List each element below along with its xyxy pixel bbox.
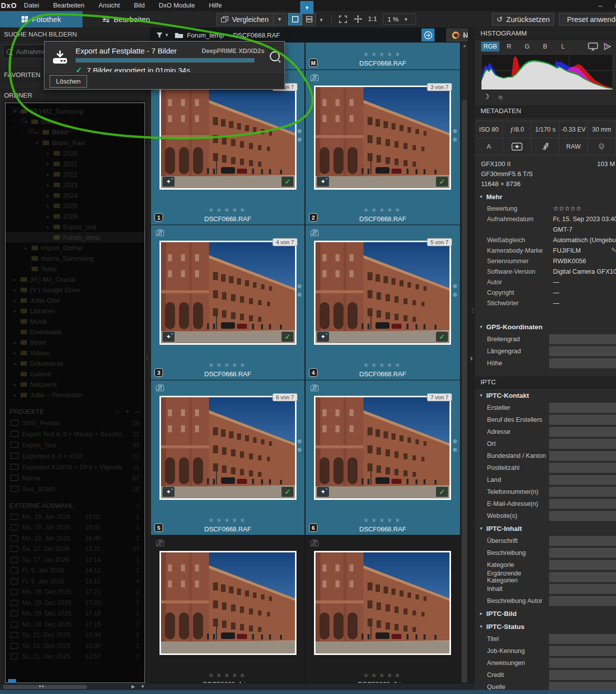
histogram-tab-r[interactable]: R (500, 42, 518, 52)
thumbnail-cell[interactable]: 3 von 7 ✦✦ ✓ ★★★★★ 2 DSCF0668.RAF (306, 70, 460, 225)
thumbnail-cell[interactable]: ★★★★★ DSCF0668_2.jpg (306, 535, 460, 690)
project-item[interactable]: Exportest X100Vi + DP3 + Vignette + A 11 (6, 461, 144, 472)
iptc-field-input[interactable] (549, 658, 616, 668)
minimize-button[interactable]: – (598, 2, 602, 10)
tree-item[interactable]: ▸ Bilder (6, 337, 144, 348)
external-selection-item[interactable]: Mo, 29. Dez 2025 17:19 1 (6, 608, 144, 619)
iptc-field-input[interactable] (549, 646, 616, 656)
thumbnail-cell[interactable]: ★★★★★ DSCF0668_1.jpg (151, 535, 305, 690)
iptc-field-input[interactable] (549, 572, 616, 582)
vergleichen-button[interactable]: Vergleichen ▼ (216, 13, 286, 26)
grid-scrollbar[interactable]: ▲ ▼ (461, 43, 468, 690)
iptc-field-input[interactable] (549, 451, 616, 461)
tree-item[interactable]: mama_Sammlung (6, 253, 144, 264)
project-item[interactable]: Exportest K-3 + x100 22 (6, 450, 144, 461)
sort-icon[interactable]: ↑↓ (114, 408, 120, 414)
photo-thumbnail[interactable] (314, 551, 451, 655)
tab-bearbeiten[interactable]: Bearbeiten (95, 11, 158, 28)
tree-item[interactable]: ▸ 2021 (6, 159, 144, 169)
filter-dropdown-icon[interactable]: ▼ (164, 33, 169, 38)
tree-item[interactable]: ▸ 2022 (6, 169, 144, 180)
fit-screen-icon[interactable] (339, 16, 347, 23)
histogram-header[interactable]: HISTOGRAMM (475, 28, 616, 40)
collapse-panel-icon[interactable]: › (470, 354, 472, 363)
thumbnail-cell[interactable]: 5 von 7 ✦✦ ✓ ★★★★★ 4 DSCF0668.RAF (306, 225, 460, 380)
tree-item[interactable]: ▸ Jollie – Persönlich (6, 390, 144, 400)
tree-item[interactable]: ▸ (H:) M2_Crucial (6, 274, 144, 285)
thumbnail-cell[interactable]: 6 von 7 ✦✦ ✓ ★★★★★ 5 DSCF0668.RAF (151, 380, 305, 535)
star-rating[interactable]: ★★★★★ (151, 206, 304, 214)
iptc-field-input[interactable] (549, 560, 616, 570)
tree-item[interactable]: ▸ 2020 (6, 148, 144, 159)
highlight-clipping-icon[interactable]: ☼ (498, 93, 504, 101)
star-rating[interactable]: ★★★★★ (151, 516, 304, 524)
horizontal-scrollbar-thumb[interactable] (3, 685, 87, 689)
external-selection-item[interactable]: Sa, 17. Jan 2026 13:21 27 (6, 544, 144, 555)
project-item[interactable]: Export Test K-3 + Maske + Beschnitt + 11 (6, 428, 144, 439)
external-selection-header[interactable]: EXTERNE AUSWAHL ↑↓ (6, 499, 144, 511)
tree-item[interactable]: Downloads (6, 327, 144, 337)
external-selection-item[interactable]: So, 21. Dez 2025 12:57 2 (6, 651, 144, 662)
folders-section-header[interactable]: ORDNER (0, 89, 150, 102)
gps-field-input[interactable] (549, 334, 616, 344)
photo-thumbnail[interactable]: 2 von 7 ✦✦ ✓ (160, 86, 296, 190)
reveal-in-explorer-icon[interactable] (270, 52, 280, 62)
iptc-field-input[interactable] (549, 427, 616, 437)
shadow-clipping-icon[interactable]: ☽ (483, 93, 490, 101)
iptc-field-input[interactable] (549, 511, 616, 521)
star-rating[interactable]: ★★★★★ (306, 51, 460, 58)
preset-anwenden-button[interactable]: Preset anwenden (559, 13, 616, 26)
remove-project-icon[interactable]: — (135, 408, 140, 414)
zoom-level-select[interactable]: 1 % ▼ (383, 14, 416, 25)
scrollbar-grip-dots[interactable]: •• (39, 683, 45, 689)
export-dropdown-button[interactable]: ▼ (300, 1, 314, 14)
project-item[interactable]: Mama 57 (6, 472, 144, 483)
thumbnail-cell[interactable]: 7 von 7 ✦✦ ✓ ★★★★★ 6 DSCF0668.RAF (306, 380, 460, 535)
breadcrumb-folder[interactable]: Forum_temp (187, 32, 224, 39)
iptc-field-input[interactable] (549, 548, 616, 558)
view-split-button[interactable] (302, 13, 316, 26)
histogram-tab-rgb[interactable]: RGB (481, 42, 500, 52)
iptc-field-input[interactable] (549, 670, 616, 680)
histogram-tab-l[interactable]: L (554, 42, 572, 52)
photo-thumbnail[interactable]: 7 von 7 ✦✦ ✓ (314, 396, 451, 500)
mehr-section-toggle[interactable]: ▾ Mehr (475, 190, 616, 203)
tree-item[interactable]: ▾ Daten (6, 117, 144, 127)
external-selection-item[interactable]: Mo, 19. Jan 2026 16:00 1 (6, 533, 144, 544)
thumbnail-cell[interactable]: 2 von 7 ✦✦ ✓ ★★★★★ 1 DSCF0668.RAF (151, 70, 305, 225)
external-selection-item[interactable]: Fr, 9. Jan 2026 13:11 4 (6, 576, 144, 587)
edit-date-icon[interactable]: ✎ (611, 246, 616, 254)
thumbnail-cell[interactable]: 4 von 7 ✦✦ ✓ ★★★★★ 3 DSCF0668.RAF (151, 225, 305, 380)
scroll-up-icon[interactable]: ▲ (462, 44, 466, 48)
tree-item[interactable]: ▸ Videos (6, 348, 144, 358)
iptc-field-input[interactable] (549, 403, 616, 413)
star-rating[interactable]: ★★★★★ (306, 206, 460, 214)
star-rating[interactable]: ★★★★★ (306, 671, 460, 679)
loeschen-button[interactable]: Löschen (50, 75, 87, 88)
gps-field-input[interactable] (549, 346, 616, 356)
gps-section-toggle[interactable]: ▾ GPS-Koordinaten (475, 320, 616, 333)
iptc-field-input[interactable] (549, 634, 616, 644)
tree-item[interactable]: ▸ Jollie Ollie (6, 295, 144, 306)
tab-fotothek[interactable]: Fotothek (0, 11, 82, 28)
iptc-field-input[interactable] (549, 475, 616, 485)
iptc-inhalt-toggle[interactable]: ▾ IPTC-Inhalt (475, 522, 616, 535)
pan-move-icon[interactable] (354, 15, 362, 23)
external-selection-item[interactable]: Mo, 29. Dez 2025 17:20 1 (6, 597, 144, 608)
iptc-status-toggle[interactable]: ▾ IPTC-Status (475, 620, 616, 633)
expand-icon[interactable]: ▶ (132, 684, 135, 689)
menu-datei[interactable]: Datei (17, 0, 46, 11)
projects-section-header[interactable]: PROJEKTE ↑↓ + — (6, 405, 144, 417)
add-project-icon[interactable]: + (126, 408, 129, 414)
tree-item[interactable]: ▸ Export_test (6, 222, 144, 232)
iptc-field-input[interactable] (549, 499, 616, 509)
external-selection-item[interactable]: Mo, 29. Dez 2025 17:21 2 (6, 587, 144, 598)
star-rating[interactable]: ★★★★★ (306, 516, 460, 524)
tree-item[interactable]: ▸ 2023 (6, 180, 144, 190)
breadcrumb-file[interactable]: DSCF0668.RAF (233, 32, 280, 39)
open-in-editor-button[interactable] (422, 29, 434, 42)
search-section-header[interactable]: SUCHE NACH BILDERN (0, 28, 150, 41)
panel-divider[interactable]: ⋮ › (468, 28, 476, 694)
metadata-header[interactable]: METADATEN (475, 105, 616, 118)
tree-item[interactable]: ▸ Dokumente (6, 358, 144, 369)
